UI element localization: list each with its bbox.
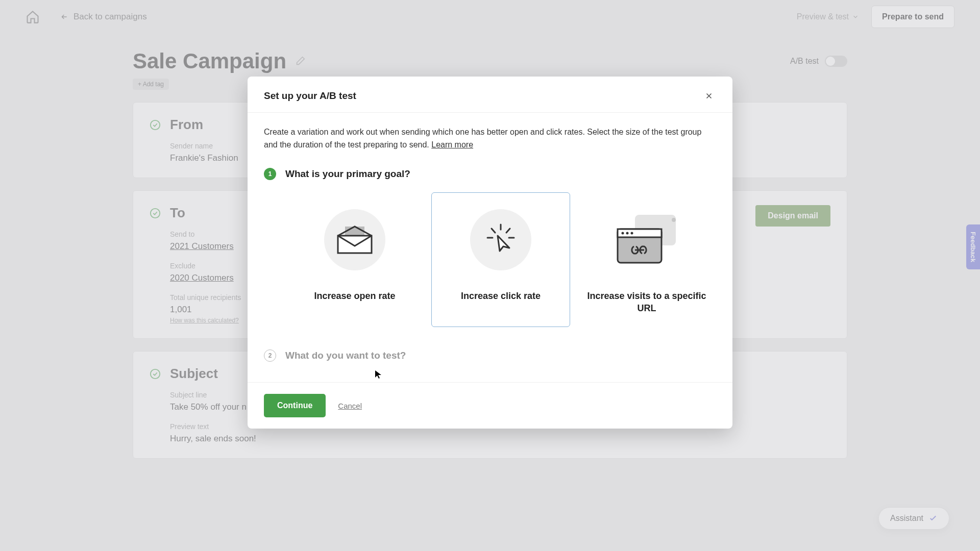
- modal-description: Create a variation and work out when sen…: [264, 126, 713, 152]
- continue-button[interactable]: Continue: [264, 394, 326, 417]
- envelope-icon: [324, 209, 385, 270]
- svg-point-10: [672, 218, 676, 222]
- goal-options: Increase open rate: [285, 192, 716, 328]
- svg-point-13: [622, 232, 624, 234]
- close-modal-button[interactable]: [702, 89, 716, 103]
- modal-title: Set up your A/B test: [264, 90, 356, 102]
- svg-point-14: [626, 232, 629, 234]
- cancel-link[interactable]: Cancel: [338, 402, 362, 410]
- ab-test-modal: Set up your A/B test Create a variation …: [248, 77, 732, 429]
- browser-link-icon: [614, 212, 680, 268]
- learn-more-link[interactable]: Learn more: [431, 140, 473, 149]
- step-1: 1 What is your primary goal?: [264, 168, 716, 180]
- svg-rect-12: [618, 229, 662, 237]
- ab-test-modal-overlay: Set up your A/B test Create a variation …: [0, 0, 980, 551]
- goal-increase-open-rate[interactable]: Increase open rate: [285, 192, 424, 328]
- step-2-title: What do you want to test?: [285, 350, 406, 361]
- svg-line-6: [506, 229, 510, 233]
- step-2-number: 2: [264, 349, 276, 362]
- step-2: 2 What do you want to test?: [264, 349, 716, 362]
- goal-increase-url-visits[interactable]: Increase visits to a specific URL: [577, 192, 716, 328]
- click-cursor-icon: [470, 209, 531, 270]
- goal-increase-click-rate[interactable]: Increase click rate: [431, 192, 570, 328]
- svg-line-5: [492, 229, 495, 233]
- goal-label: Increase open rate: [295, 290, 414, 302]
- goal-label: Increase click rate: [441, 290, 560, 302]
- step-1-number: 1: [264, 168, 276, 180]
- step-1-title: What is your primary goal?: [285, 168, 410, 180]
- close-icon: [704, 91, 714, 101]
- svg-point-15: [631, 232, 633, 234]
- goal-label: Increase visits to a specific URL: [587, 290, 706, 315]
